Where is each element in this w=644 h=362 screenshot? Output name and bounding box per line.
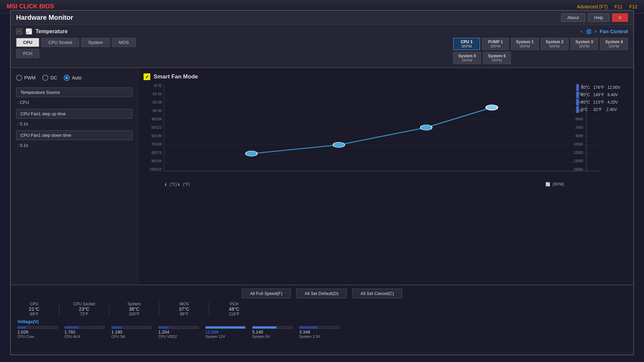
radio-auto-label: Auto [72,75,82,80]
tab-cpu-socket[interactable]: CPU Socket [41,38,79,47]
about-button[interactable]: About [561,13,585,22]
smart-fan-checkbox[interactable] [144,73,150,80]
y-label-1: 90/194 [145,160,162,163]
volt-system-12v-bar [206,326,245,328]
fan-control-nav[interactable]: < 🌀 > Fan Control [580,28,628,34]
chart-point-2 [333,142,345,147]
action-buttons: All Full Speed(F) All Set Default(D) All… [17,289,627,298]
temperature-title: Temperature [36,28,68,35]
radio-auto-circle [64,75,70,81]
radio-dc[interactable]: DC [42,75,57,81]
temp-cpu: CPU 21°C 69°F [17,302,51,316]
volt-text-0: 0°C 32°F 2.40V [581,107,625,112]
volt-text-65: 65°C 149°F 8.40V [581,93,625,97]
all-set-cancel-button[interactable]: All Set Cancel(C) [352,289,402,298]
advanced-label[interactable]: Advanced (F7) [577,4,608,9]
step-down-box[interactable]: CPU Fan1 step down time [16,130,132,140]
volt-row-0: 0°C 32°F 2.40V [576,106,625,113]
y-label-2: 80/176 [145,151,162,155]
chart-point-4 [486,105,498,110]
step-up-box[interactable]: CPU Fan1 step up time [16,109,132,119]
temp-cpu-socket-fahrenheit: 73°F [67,312,101,316]
volt-cpu-vdd2-value: 1.204 [158,329,169,335]
tab-mos[interactable]: MOS [112,38,136,47]
close-button[interactable]: X [612,13,628,22]
y-right-1: 13500 [566,160,583,163]
temp-system-fahrenheit: 100°F [117,312,151,316]
radio-auto[interactable]: Auto [64,75,82,81]
voltage-section-label: Voltage(V) [17,319,627,324]
fan-system3[interactable]: System 3 0RPM [571,38,598,50]
fan-system2[interactable]: System 2 0RPM [541,38,569,50]
collapse-button[interactable]: ─ [16,28,22,35]
fan-system4[interactable]: System 4 0RPM [600,38,628,50]
temperature-header: ─ 📈 Temperature < 🌀 > Fan Control [16,28,628,35]
volt-cpu-core-bar-container [17,326,58,329]
fan-system5[interactable]: System 5 0RPM [453,52,481,64]
volt-cpu-sa: 1.190 CPU SA [111,326,155,339]
volt-system-5v: 5.140 System 5V [252,326,296,339]
volt-cpu-core: 1.026 CPU Core [17,326,61,339]
content-area: ─ 📈 Temperature < 🌀 > Fan Control CPU CP… [11,25,633,352]
step-up-value: : 0.1s [16,121,132,130]
fan-pump1[interactable]: PUMP 1 0RPM [482,38,509,50]
volt-system-12v-bar-container [205,326,246,329]
chart-container: 100/212 90/194 80/176 70/158 60/140 50/1… [144,84,628,178]
smart-fan-header: Smart Fan Mode [144,73,628,80]
nav-arrow-right: > [594,29,597,34]
step-down-value: : 0.1s [16,142,132,148]
temp-cpu-socket: CPU Socket 23°C 73°F [67,302,101,316]
fan-system6[interactable]: System 6 0RPM [483,52,511,64]
window-controls: About Help X [561,13,628,22]
all-set-default-button[interactable]: All Set Default(D) [296,289,346,298]
temp-mos: MOS 37°C 98°F [167,302,201,316]
temp-tabs: CPU CPU Socket System MOS [16,38,136,47]
volt-row-65: 65°C 149°F 8.40V [576,92,625,98]
tab-pch[interactable]: PCH [16,49,39,58]
step-down-title: CPU Fan1 step down time [20,133,128,138]
temp-divider-1 [59,302,59,316]
temp-source-title: Temperature Source [20,90,128,95]
celsius-icon-group[interactable]: 🌡 (°C) [164,182,177,187]
fan-curve-chart [164,84,601,171]
temp-mos-fahrenheit: 98°F [167,312,201,316]
fan-cpu1[interactable]: CPU 1 0RPM [453,38,480,50]
step-up-title: CPU Fan1 step up time [20,111,128,116]
tab-cpu[interactable]: CPU [16,38,39,47]
fan-system1[interactable]: System 1 0RPM [511,38,539,50]
all-full-speed-button[interactable]: All Full Speed(F) [242,289,291,298]
volt-bar-0 [576,106,579,113]
y-right-0: 15000 [566,168,583,171]
temp-divider-3 [159,302,159,316]
volt-cpu-aux-bar [65,326,78,328]
volt-cpu-vdd2: 1.204 CPU VDD2 [158,326,202,339]
rpm-icon: 🔄 [545,182,550,187]
temp-source-box[interactable]: Temperature Source [16,87,132,97]
y-right-5: 7500 [566,126,583,129]
tab-system[interactable]: System [81,38,110,47]
volt-cpu-core-name: CPU Core [17,335,34,339]
temp-system: System 38°C 100°F [117,302,151,316]
volt-system-33v-value: 3.348 [299,329,310,335]
radio-pwm[interactable]: PWM [16,75,36,81]
y-label-6: 40/104 [145,118,162,121]
volt-cpu-aux-bar-container [64,326,105,329]
chart-bottom-labels: 🌡 (°C) 🌡 (°F) 🔄 (RPM) [164,182,564,187]
fahrenheit-icon-group[interactable]: 🌡 (°F) [177,182,190,187]
volt-system-33v-bar-container [299,326,339,329]
volt-system-5v-bar-container [252,326,292,329]
volt-cpu-vdd2-bar-container [158,326,199,329]
celsius-label: (°C) [170,182,177,187]
f12-label: F12 [629,4,637,9]
chart-area[interactable] [164,84,601,171]
volt-cpu-aux-value: 1.792 [64,329,75,335]
volt-text-80: 80°C 176°F 12.00V [581,85,625,90]
temp-icon: 📈 [25,28,32,35]
y-axis-left: 100/212 90/194 80/176 70/158 60/140 50/1… [144,84,163,171]
help-button[interactable]: Help [588,13,610,22]
mode-radio-group: PWM DC Auto [16,75,132,81]
volt-system-12v-name: System 12V [205,335,225,339]
volt-cpu-vdd2-bar [159,326,169,328]
volt-cpu-aux: 1.792 CPU AUX [64,326,108,339]
volt-system-5v-value: 5.140 [252,329,263,335]
